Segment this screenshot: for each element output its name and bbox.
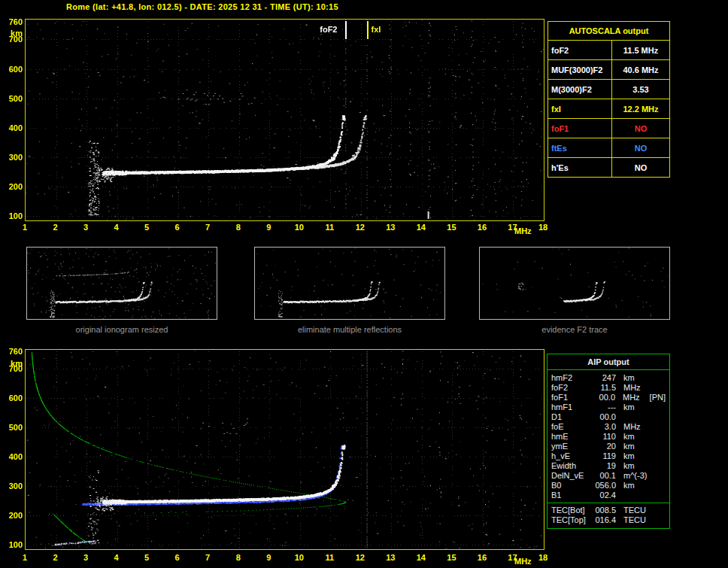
top-plot-x-tick-label: 18 — [534, 223, 552, 232]
thumbnail-f2-canvas — [480, 248, 669, 319]
bottom-plot-x-tick-label: 10 — [290, 553, 308, 562]
thumbnail-multiple-reflections — [254, 247, 445, 320]
aip-row-value: 00.1 — [590, 471, 616, 481]
bottom-profile-plot — [25, 349, 544, 550]
top-plot-x-tick-label: 6 — [168, 223, 187, 232]
autoscala-row-label: foF2 — [548, 41, 612, 60]
autoscala-row-value: 40.6 MHz — [612, 60, 670, 80]
autoscala-row-value: 3.53 — [612, 80, 670, 99]
aip-row: Ewidth19km — [551, 461, 666, 471]
aip-row-value: 11.5 — [590, 383, 616, 393]
aip-row: B102.4 — [551, 491, 666, 500]
aip-row-note — [651, 515, 666, 525]
bottom-plot-x-tick-label: 5 — [138, 553, 156, 562]
autoscala-row-value: NO — [612, 119, 670, 138]
bottom-plot-x-tick-label: 2 — [47, 553, 65, 562]
aip-row-value: 00.0 — [590, 393, 615, 402]
autoscala-table-header-row: AUTOSCALA output — [548, 22, 670, 41]
aip-row-label: hmE — [551, 432, 590, 442]
top-plot-x-tick-label: 13 — [381, 223, 399, 232]
aip-row-note — [651, 432, 666, 442]
aip-row-unit: km — [616, 373, 651, 383]
aip-row: ymE20km — [551, 442, 666, 451]
top-plot-y-tick-label: 500 — [3, 94, 23, 103]
aip-row: B0056.0km — [551, 481, 666, 491]
aip-row-note: [PN] — [650, 393, 666, 402]
aip-row-label: Ewidth — [551, 461, 590, 471]
aip-row-unit: MHz — [616, 422, 651, 432]
autoscala-table-title: AUTOSCALA output — [548, 22, 670, 41]
aip-row: hmF2247km — [551, 373, 666, 383]
autoscala-row-value: NO — [612, 138, 670, 158]
aip-row-unit: MHz — [616, 383, 651, 393]
top-plot-y-tick-label: 200 — [3, 182, 23, 191]
thumbnail-f2-trace — [479, 247, 670, 320]
bottom-plot-x-tick-label: 7 — [199, 553, 217, 562]
aip-row-note — [651, 402, 666, 412]
autoscala-row-label: MUF(3000)F2 — [548, 60, 612, 80]
top-plot-y-tick-label: 400 — [3, 123, 23, 132]
aip-row-label: hmF1 — [551, 402, 590, 412]
top-plot-y-tick-label: 760 — [3, 17, 23, 26]
bottom-plot-x-tick-label: 1 — [16, 553, 34, 562]
fxi-marker-label: fxI — [372, 25, 381, 34]
thumbnail-multiples-canvas — [255, 248, 444, 319]
top-plot-y-tick-label: 600 — [3, 65, 23, 74]
autoscala-row-label: M(3000)F2 — [548, 80, 612, 99]
autoscala-row: foF211.5 MHz — [548, 41, 670, 60]
aip-row: foF211.5MHz — [551, 383, 666, 393]
top-plot-x-tick-label: 5 — [138, 223, 156, 232]
autoscala-row: h'EsNO — [548, 158, 670, 178]
fof2-marker-line — [345, 21, 347, 39]
aip-row-unit: km — [616, 481, 651, 491]
bottom-plot-x-tick-label: 11 — [320, 553, 338, 562]
bottom-plot-x-tick-label: 16 — [473, 553, 491, 562]
top-plot-x-tick-label: 1 — [16, 223, 34, 232]
top-plot-x-tick-label: 17 — [503, 223, 521, 232]
aip-row: h_vE119km — [551, 451, 666, 461]
autoscala-row-label: ftEs — [548, 138, 612, 158]
bottom-plot-x-tick-label: 13 — [381, 553, 399, 562]
aip-row-label: foF2 — [551, 383, 590, 393]
aip-row-label: B1 — [551, 491, 590, 500]
bottom-plot-x-tick-label: 14 — [412, 553, 430, 562]
top-plot-x-tick-label: 10 — [290, 223, 308, 232]
aip-row-value: 016.4 — [590, 515, 616, 525]
autoscala-row-label: h'Es — [548, 158, 612, 178]
top-plot-y-tick-label: 100 — [3, 211, 23, 220]
aip-row-unit — [616, 412, 651, 422]
top-plot-x-tick-label: 16 — [473, 223, 491, 232]
aip-row-value: --- — [590, 402, 616, 412]
top-plot-y-tick-label: 700 — [3, 35, 23, 44]
autoscala-row: fxI12.2 MHz — [548, 99, 670, 119]
aip-rows-container: hmF2247kmfoF211.5MHzfoF100.0MHz[PN]hmF1-… — [548, 370, 669, 528]
fof2-marker-label: foF2 — [320, 25, 337, 34]
thumbnail-caption-original: original ionogram resized — [26, 325, 217, 334]
aip-row-value: 056.0 — [590, 481, 616, 491]
top-plot-x-tick-label: 2 — [47, 223, 65, 232]
aip-row: hmF1---km — [551, 402, 666, 412]
aip-row-value: 19 — [590, 461, 616, 471]
top-plot-x-tick-label: 7 — [199, 223, 217, 232]
autoscala-row-label: foF1 — [548, 119, 612, 138]
aip-row-unit: m^(-3) — [616, 471, 651, 481]
aip-row-unit: km — [616, 432, 651, 442]
autoscala-row: foF1NO — [548, 119, 670, 138]
bottom-plot-y-tick-label: 300 — [3, 481, 23, 491]
top-plot-x-tick-label: 14 — [412, 223, 430, 232]
aip-row-value: 20 — [590, 442, 616, 451]
aip-row-label: TEC[Bot] — [551, 506, 590, 515]
top-plot-x-tick-label: 3 — [77, 223, 95, 232]
autoscala-window: Rome (lat: +41.8, lon: 012.5) - DATE: 20… — [0, 0, 728, 568]
bottom-plot-x-tick-label: 18 — [534, 553, 552, 562]
aip-row: foE3.0MHz — [551, 422, 666, 432]
autoscala-row: M(3000)F23.53 — [548, 80, 670, 99]
aip-row-label: TEC[Top] — [551, 515, 590, 525]
bottom-plot-x-tick-label: 17 — [503, 553, 521, 562]
aip-row: DelN_vE00.1m^(-3) — [551, 471, 666, 481]
aip-row-note — [651, 481, 666, 491]
top-plot-x-tick-label: 4 — [108, 223, 126, 232]
bottom-plot-y-tick-label: 760 — [3, 347, 23, 356]
bottom-plot-x-tick-label: 3 — [77, 553, 95, 562]
aip-row-note — [651, 471, 666, 481]
